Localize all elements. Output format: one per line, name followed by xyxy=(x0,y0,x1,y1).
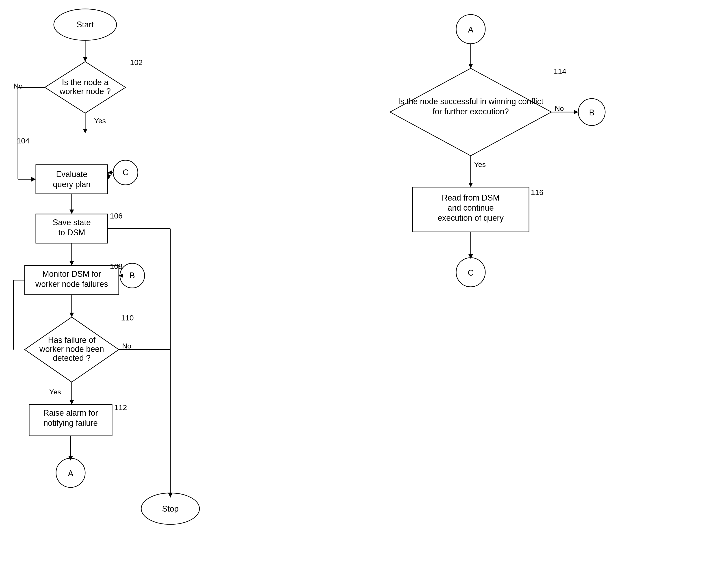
connector-a-top-right: A xyxy=(468,25,474,34)
node102-line1: Is the node a xyxy=(62,78,109,87)
node112-line1: Raise alarm for xyxy=(43,408,98,418)
svg-marker-33 xyxy=(168,493,173,498)
svg-marker-27 xyxy=(69,313,74,317)
svg-marker-54 xyxy=(468,254,473,259)
node102-num: 102 xyxy=(130,58,143,66)
node116-line3: execution of query xyxy=(438,213,504,223)
node106-line2: to DSM xyxy=(58,228,85,237)
node116-num: 116 xyxy=(531,188,544,196)
start-label: Start xyxy=(77,20,94,29)
yes-label-102: Yes xyxy=(94,117,106,125)
svg-marker-2 xyxy=(83,57,87,62)
svg-marker-9 xyxy=(31,177,36,182)
svg-marker-30 xyxy=(69,400,74,404)
svg-marker-25 xyxy=(119,273,123,278)
svg-marker-16 xyxy=(108,170,112,175)
svg-marker-48 xyxy=(574,110,578,114)
node114-line2: for further execution? xyxy=(433,107,509,116)
connector-c-right: C xyxy=(468,268,474,277)
connector-b-left: B xyxy=(129,271,135,280)
svg-marker-18 xyxy=(69,210,74,214)
node104-line1: Evaluate xyxy=(56,170,87,179)
node108-line1: Monitor DSM for xyxy=(42,269,101,278)
node110-line2: worker node been xyxy=(39,344,104,354)
stop-label: Stop xyxy=(162,504,178,513)
node114-num: 114 xyxy=(554,67,566,76)
no-label-110: No xyxy=(122,342,131,350)
svg-marker-51 xyxy=(468,183,473,187)
node106-num: 106 xyxy=(110,212,123,220)
no-label-114: No xyxy=(555,104,564,112)
svg-marker-21 xyxy=(69,261,74,266)
node108-line2: worker node failures xyxy=(35,279,108,289)
svg-marker-5 xyxy=(83,129,87,133)
node102-line2: worker node ? xyxy=(59,87,111,96)
yes-label-114: Yes xyxy=(474,161,486,169)
node110-line1: Has failure of xyxy=(48,335,96,345)
node110-line3: detected ? xyxy=(53,353,90,362)
yes-label-110: Yes xyxy=(49,388,61,396)
connector-a-bottom: A xyxy=(68,469,73,478)
connector-b-right: B xyxy=(589,108,594,117)
node104-num: 104 xyxy=(17,136,29,145)
connector-c-left-circle: C xyxy=(123,168,128,177)
svg-marker-45 xyxy=(468,64,473,68)
node106-line1: Save state xyxy=(53,218,91,227)
node116-line2: and continue xyxy=(448,203,494,212)
svg-marker-14 xyxy=(106,175,111,179)
node108-num: 108 xyxy=(110,262,123,271)
svg-rect-10 xyxy=(36,165,108,194)
node114-line1: Is the node successful in winning confli… xyxy=(398,97,543,106)
node104-line2: query plan xyxy=(53,180,90,189)
node110-num: 110 xyxy=(121,314,134,322)
node116-line1: Read from DSM xyxy=(442,193,500,202)
node112-line2: notifying failure xyxy=(43,418,98,427)
node112-num: 112 xyxy=(114,403,127,412)
